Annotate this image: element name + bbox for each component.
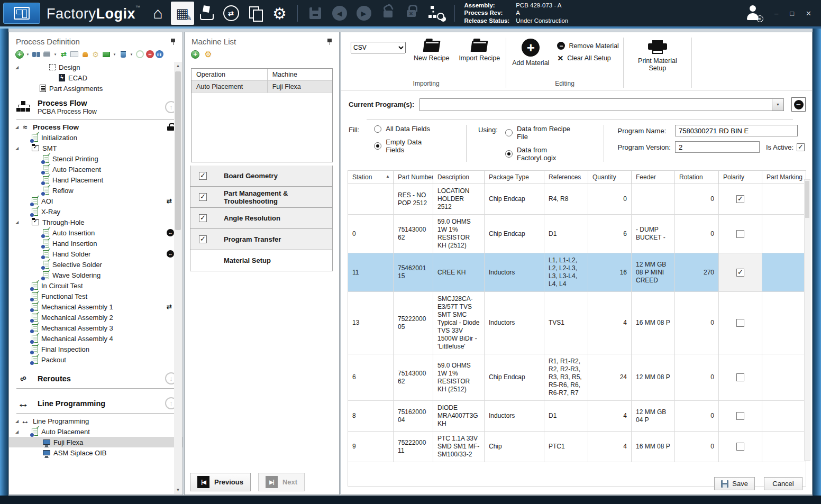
- expander-icon[interactable]: [13, 65, 21, 70]
- tree-item[interactable]: Design: [9, 62, 183, 72]
- tree-item[interactable]: Fuji Flexa: [9, 437, 183, 447]
- rotation-header[interactable]: Rotation: [675, 171, 719, 184]
- close-button[interactable]: ✕: [806, 10, 811, 17]
- machine-row[interactable]: Auto Placement Fuji Flexa: [191, 81, 332, 93]
- reorder-icon[interactable]: [59, 50, 68, 59]
- polarity-checkbox[interactable]: [736, 269, 744, 277]
- tree-item[interactable]: Initialization: [9, 132, 183, 143]
- part-number-header[interactable]: Part Number: [394, 171, 433, 184]
- polarity-checkbox[interactable]: [736, 319, 744, 327]
- part-marking-header[interactable]: Part Marking: [762, 171, 806, 184]
- tree-item[interactable]: Line Programming: [9, 416, 183, 426]
- scrollbar-vertical[interactable]: [804, 179, 810, 461]
- tree-item[interactable]: Mechanical Assembly 2: [9, 312, 183, 323]
- station-header[interactable]: Station▲: [348, 171, 394, 184]
- machine-column-header[interactable]: Machine: [268, 69, 332, 80]
- import-recipe-button[interactable]: Import Recipe: [457, 38, 501, 63]
- setup-section-row[interactable]: Angle Resolution: [190, 208, 333, 229]
- save-icon[interactable]: [304, 2, 327, 25]
- add-icon[interactable]: [15, 50, 24, 59]
- program-name-input[interactable]: [675, 125, 798, 136]
- pin-icon[interactable]: [170, 38, 176, 45]
- tree-item[interactable]: SMT: [9, 143, 183, 153]
- polarity-header[interactable]: Polarity: [719, 171, 762, 184]
- clear-all-setup-button[interactable]: ✕ Clear All Setup: [557, 54, 618, 62]
- add-machine-icon[interactable]: [191, 50, 199, 59]
- tree-item[interactable]: Mechanical Assembly 4: [9, 333, 183, 344]
- user-logout-icon[interactable]: ✕: [745, 5, 761, 21]
- section-checkbox[interactable]: [199, 235, 207, 243]
- is-active-checkbox[interactable]: [797, 143, 805, 151]
- process-definition-icon[interactable]: [171, 2, 194, 25]
- tree-item[interactable]: Auto Placement: [9, 426, 183, 437]
- export-icon[interactable]: [102, 50, 111, 59]
- operation-column-header[interactable]: Operation: [191, 69, 268, 80]
- setup-section-row[interactable]: Part Management & Troubleshooting: [190, 187, 333, 208]
- tree-item[interactable]: ECAD: [9, 72, 183, 83]
- delete-icon[interactable]: [118, 50, 127, 59]
- tree-item[interactable]: Reflow: [9, 185, 183, 196]
- pause-icon[interactable]: [156, 50, 163, 58]
- current-programs-combobox[interactable]: ▼: [419, 98, 784, 111]
- home-icon[interactable]: [147, 2, 170, 25]
- radio-icon[interactable]: [505, 150, 513, 158]
- tree-item[interactable]: AOI: [9, 196, 183, 206]
- package-type-header[interactable]: Package Type: [485, 171, 544, 184]
- expander-icon[interactable]: [13, 429, 21, 434]
- forward-icon[interactable]: [352, 2, 376, 25]
- tree-item[interactable]: Auto Insertion: [9, 227, 183, 238]
- minimize-button[interactable]: –: [774, 10, 778, 17]
- radio-icon[interactable]: [374, 125, 381, 133]
- reroutes-section-header[interactable]: Reroutes ↓: [9, 366, 183, 387]
- add-material-button[interactable]: + Add Material: [510, 38, 551, 68]
- tree-item[interactable]: ASM Siplace OIB: [9, 447, 183, 458]
- tree-item[interactable]: Mechanical Assembly 1: [9, 301, 183, 312]
- line-programming-section-header[interactable]: Line Programming ↑: [9, 390, 183, 411]
- material-row[interactable]: 11 7546200115 CREE KH Inductors L1, L1-L…: [348, 253, 806, 292]
- using-option[interactable]: Data from FactoryLogix: [505, 146, 579, 162]
- setup-section-row[interactable]: Material Setup: [190, 250, 333, 271]
- section-checkbox[interactable]: [199, 193, 207, 201]
- tree-item[interactable]: In Circuit Test: [9, 280, 183, 291]
- pin-icon[interactable]: [326, 38, 333, 45]
- material-row[interactable]: RES - NO POP 2512 LOCATION HOLDER 2512 C…: [348, 184, 806, 215]
- find-icon[interactable]: [32, 50, 41, 59]
- scroll-down-icon[interactable]: ▼: [174, 486, 182, 494]
- documents-icon[interactable]: [244, 2, 267, 25]
- scroll-thumb[interactable]: [175, 71, 181, 230]
- material-row[interactable]: 13 7522200005 SMCJ28CA-E3/57T TVS SMT SM…: [348, 292, 806, 354]
- next-button[interactable]: ▶| Next: [258, 473, 305, 491]
- tree-item[interactable]: Selective Solder: [9, 259, 183, 270]
- new-recipe-button[interactable]: New Recipe: [412, 38, 451, 63]
- tree-item[interactable]: Final Inspection: [9, 344, 183, 354]
- unlock-icon[interactable]: [377, 2, 400, 25]
- remove-program-button[interactable]: −: [791, 97, 806, 112]
- section-checkbox[interactable]: [199, 172, 207, 180]
- tree-item[interactable]: Functional Test: [9, 291, 183, 301]
- polarity-checkbox[interactable]: [736, 195, 744, 203]
- tree-item[interactable]: Hand Solder: [9, 249, 183, 259]
- remove-material-button[interactable]: − Remove Material: [557, 42, 618, 50]
- polarity-checkbox[interactable]: [736, 443, 744, 451]
- print-icon[interactable]: [42, 50, 51, 59]
- maximize-button[interactable]: □: [790, 10, 794, 17]
- dropdown-arrow-icon[interactable]: [112, 50, 117, 59]
- refresh-icon[interactable]: [135, 50, 144, 59]
- production-icon[interactable]: [195, 2, 218, 25]
- expander-icon[interactable]: [13, 146, 21, 151]
- fill-option[interactable]: Empty Data Fields: [374, 138, 434, 154]
- save-button[interactable]: Save: [714, 477, 755, 490]
- tree-item[interactable]: Hand Placement: [9, 175, 183, 185]
- tree-item[interactable]: Part Assignments: [9, 83, 183, 94]
- tree-item[interactable]: Through-Hole: [9, 217, 183, 227]
- notification-icon[interactable]: [80, 50, 89, 59]
- tree-item[interactable]: Hand Insertion: [9, 238, 183, 249]
- using-option[interactable]: Data from Recipe File: [505, 125, 579, 141]
- dropdown-arrow-icon[interactable]: [53, 50, 58, 59]
- scroll-up-icon[interactable]: ▲: [174, 62, 182, 70]
- dropdown-arrow-icon[interactable]: [25, 50, 30, 59]
- feeder-header[interactable]: Feeder: [632, 171, 675, 184]
- material-row[interactable]: 0 7514300062 59.0 OHMS 1W 1% RESISTOR KH…: [348, 215, 806, 253]
- setup-section-row[interactable]: Program Transfer: [190, 229, 333, 250]
- import-format-select[interactable]: CSV: [351, 42, 406, 53]
